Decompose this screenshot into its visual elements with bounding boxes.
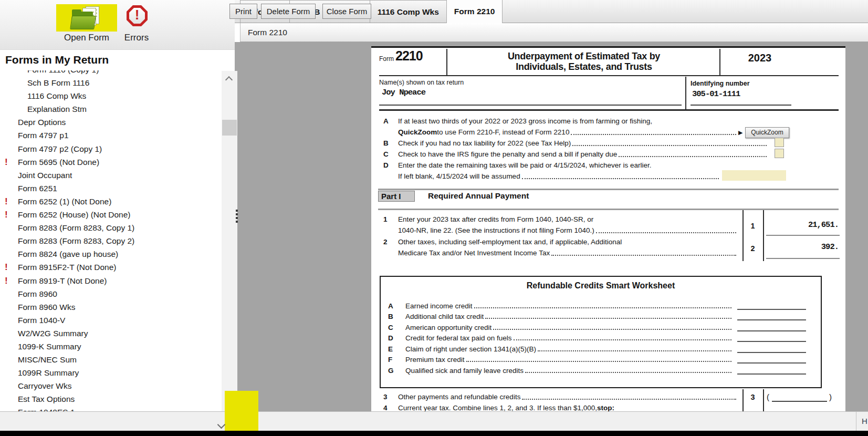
amount-col-line2 xyxy=(763,210,764,261)
print-button[interactable]: Print xyxy=(229,4,257,19)
sidebar-form-item[interactable]: ! Form 8960 xyxy=(0,287,221,300)
dotted-leader xyxy=(538,346,731,351)
dotted-leader xyxy=(572,141,767,146)
sidebar-item-label: Form 8824 (gave up house) xyxy=(18,250,118,258)
worksheet-row: F Premium tax credit xyxy=(381,353,821,364)
line-3-row: 3 Other payments and refundable credits xyxy=(383,392,738,401)
sidebar-item-label: W2/W2G Summary xyxy=(18,329,88,338)
form-tab[interactable]: 1116 Comp Wks xyxy=(370,0,446,23)
worksheet-row-label: Earned income credit xyxy=(405,302,473,310)
part1-label: Part I xyxy=(378,191,415,202)
header-divider xyxy=(446,49,447,75)
id-value[interactable]: 305-01-1111 xyxy=(692,89,740,99)
dotted-leader xyxy=(525,368,731,373)
line-2-number: 2 xyxy=(742,244,763,253)
line-3-paren-open: ( xyxy=(767,392,769,401)
line-1-amount[interactable]: 21,651. xyxy=(764,220,839,230)
sidebar-form-item[interactable]: ! W2/W2G Summary xyxy=(0,327,221,340)
line-2-row2: Medicare Tax and/or Net Investment Incom… xyxy=(398,248,738,257)
worksheet-row: E Claim of right under section 1341(a)(5… xyxy=(381,342,821,353)
sidebar-form-item[interactable]: ! Form 8919-T (Not Done) xyxy=(0,274,221,287)
sidebar-form-item[interactable]: ! Form 4797 p1 xyxy=(0,129,221,142)
sidebar-form-item[interactable]: ! Carryover Wks xyxy=(0,379,221,392)
line-d-date-field[interactable] xyxy=(722,170,786,181)
worksheet-row-letter: F xyxy=(388,356,405,364)
id-divider xyxy=(685,77,686,109)
worksheet-row: G Qualified sick and family leave credit… xyxy=(381,364,821,375)
toolbar: Open Form ! Errors xyxy=(0,0,235,50)
sidebar-item-label: 1099-K Summary xyxy=(18,342,81,351)
sidebar-item-label: Form 8915F2-T (Not Done) xyxy=(18,263,117,272)
sidebar-item-label: Depr Options xyxy=(18,118,66,127)
line-c-row: C Check to have the IRS figure the penal… xyxy=(383,150,768,159)
name-value[interactable]: Joy Npeace xyxy=(382,88,425,97)
sidebar-form-item[interactable]: ! Form 8283 (Form 8283, Copy 1) xyxy=(0,221,221,234)
sidebar-form-item[interactable]: ! 1099-K Summary xyxy=(0,340,221,353)
form-tab[interactable]: Form 2210 xyxy=(446,0,503,23)
worksheet-amount-field[interactable] xyxy=(737,346,806,353)
line-3-underline[interactable] xyxy=(772,401,827,402)
sidebar-form-item[interactable]: ! Form 8283 (Form 8283, Copy 2) xyxy=(0,234,221,247)
line-1-number: 1 xyxy=(742,222,763,230)
sidebar-form-item[interactable]: ! Form 1040-V xyxy=(0,314,221,327)
sidebar-form-item[interactable]: ! Joint Occupant xyxy=(0,169,221,182)
sidebar-form-item[interactable]: ! Form 6251 xyxy=(0,182,221,195)
refundable-credits-worksheet: Refundable Credits Smart Worksheet A Ear… xyxy=(380,276,822,388)
sidebar-form-item[interactable]: ! Form 1040ES 1 xyxy=(0,406,221,411)
worksheet-amount-field[interactable] xyxy=(737,367,806,375)
scrollbar-up-icon[interactable] xyxy=(225,76,233,84)
worksheet-amount-field[interactable] xyxy=(737,356,806,364)
sidebar-form-item[interactable]: ! Form 6252 (1) (Not Done) xyxy=(0,195,221,208)
scrollbar-thumb[interactable] xyxy=(222,120,237,136)
dotted-leader xyxy=(493,325,731,330)
worksheet-row-label: Credit for federal tax paid on fuels xyxy=(405,334,512,342)
sidebar-form-item[interactable]: ! Depr Options xyxy=(0,116,221,129)
sidebar-form-item[interactable]: ! Form 8960 Wks xyxy=(0,300,221,314)
sidebar-form-item[interactable]: ! Form 5695 (Not Done) xyxy=(0,155,221,169)
sidebar-form-item[interactable]: ! Form 6252 (House) (Not Done) xyxy=(0,208,221,221)
sidebar-item-label: Form 1040-V xyxy=(18,316,65,325)
sidebar-item-label: Form 8283 (Form 8283, Copy 1) xyxy=(18,223,134,232)
worksheet-row-label: Additional child tax credit xyxy=(405,313,484,320)
splitter-grip[interactable] xyxy=(236,210,238,224)
sidebar-item-label: Explanation Stm xyxy=(27,105,87,113)
form-number: 2210 xyxy=(395,48,423,64)
sidebar-form-item[interactable]: ! Form 8824 (gave up house) xyxy=(0,247,221,261)
sidebar-form-item[interactable]: ! Est Tax Options xyxy=(0,392,221,406)
sidebar-form-item[interactable]: ! 1116 Comp Wks xyxy=(0,89,221,102)
worksheet-amount-field[interactable] xyxy=(737,324,806,331)
subheader-title: Form 2210 xyxy=(248,28,287,37)
worksheet-row: A Earned income credit xyxy=(381,299,821,310)
sidebar-form-item[interactable]: ! Sch B Form 1116 xyxy=(0,76,221,89)
sidebar-scrollbar[interactable] xyxy=(222,71,237,431)
sidebar-item-label: 1116 Comp Wks xyxy=(27,91,86,100)
delete-form-button[interactable]: Delete Form xyxy=(261,4,316,19)
worksheet-amount-field[interactable] xyxy=(737,335,806,342)
line-b-checkbox[interactable] xyxy=(775,138,784,147)
line-c-checkbox[interactable] xyxy=(775,149,784,158)
sidebar-form-item[interactable]: ! Explanation Stm xyxy=(0,102,221,116)
close-form-button[interactable]: Close Form xyxy=(322,4,371,19)
dotted-leader xyxy=(474,303,731,308)
tax-year: 2023 xyxy=(731,52,789,64)
line-2-amount[interactable]: 392. xyxy=(764,242,839,252)
id-underline xyxy=(691,105,791,106)
sidebar-item-label: Form 8960 Wks xyxy=(18,303,75,312)
sidebar-form-item[interactable]: ! MISC/NEC Sum xyxy=(0,353,221,366)
worksheet-row-letter: C xyxy=(388,324,405,331)
worksheet-amount-field[interactable] xyxy=(737,313,806,320)
line-3-paren-close: ) xyxy=(829,392,832,401)
sidebar-form-item[interactable]: ! 1099R Summary xyxy=(0,366,221,379)
sidebar-item-label: Form 4797 p2 (Copy 1) xyxy=(18,144,102,153)
help-label[interactable]: H xyxy=(862,417,867,425)
sidebar-form-item[interactable]: ! Form 4797 p2 (Copy 1) xyxy=(0,142,221,155)
dotted-leader xyxy=(571,130,736,135)
sidebar-form-item[interactable]: ! Form 8915F2-T (Not Done) xyxy=(0,261,221,274)
print-highlight xyxy=(225,391,258,435)
worksheet-row-label: Qualified sick and family leave credits xyxy=(405,367,524,375)
worksheet-amount-field[interactable] xyxy=(737,303,806,310)
quickzoom-button[interactable]: QuickZoom xyxy=(745,127,789,138)
error-exclamation-icon: ! xyxy=(5,155,8,169)
dotted-leader xyxy=(514,335,731,340)
line-3-number: 3 xyxy=(742,393,763,401)
